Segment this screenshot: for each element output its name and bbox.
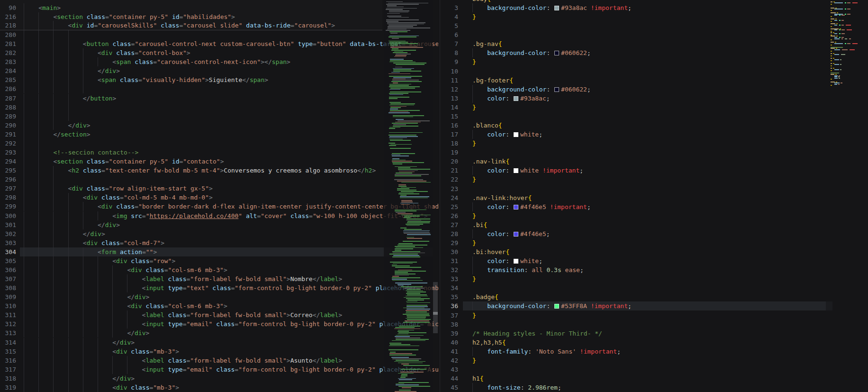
code-line[interactable]: 301</div> bbox=[0, 220, 438, 229]
code-line[interactable]: 37} bbox=[441, 311, 868, 320]
code-line[interactable]: 5 bbox=[441, 21, 868, 30]
code-line[interactable]: 29} bbox=[441, 238, 868, 247]
sticky-scroll[interactable]: 90<main>216<section class="container py-… bbox=[0, 0, 382, 30]
code-line[interactable]: 296 bbox=[0, 175, 438, 184]
code-line[interactable]: 308<input type="text" class="form-contro… bbox=[0, 283, 438, 292]
code-line[interactable]: 288 bbox=[0, 103, 438, 112]
scrollbar-slider[interactable] bbox=[433, 282, 438, 333]
code-line[interactable]: 299<div class="border border-dark d-flex… bbox=[0, 202, 438, 211]
code-line[interactable]: 218<div id="carouselSkills" class="carou… bbox=[0, 21, 382, 30]
code-line[interactable]: 45font-size: 2.986rem; bbox=[441, 383, 868, 392]
code-line[interactable]: 27.bi{ bbox=[441, 220, 868, 229]
editor-pane-css[interactable]: body{3background-color: #93a8ac !importa… bbox=[441, 0, 868, 392]
code-line[interactable]: 32transition: all 0.3s ease; bbox=[441, 265, 868, 274]
code-line[interactable]: 17color: white; bbox=[441, 130, 868, 139]
code-line[interactable]: 311<label class="form-label fw-bold smal… bbox=[0, 310, 438, 319]
code-line[interactable]: 290</div> bbox=[0, 121, 438, 130]
code-line[interactable]: 7.bg-nav{ bbox=[441, 39, 868, 48]
code-line[interactable]: 314</div> bbox=[0, 338, 438, 347]
code-line[interactable]: 317<input type="email" class="form-contr… bbox=[0, 365, 438, 374]
code-line[interactable]: 26} bbox=[441, 211, 868, 220]
color-swatch[interactable] bbox=[514, 205, 518, 210]
code-line[interactable]: 3background-color: #93a8ac !important; bbox=[441, 3, 868, 12]
code-line[interactable]: 295<h2 class="text-center fw-bold mb-5 m… bbox=[0, 166, 438, 175]
code-line[interactable]: 41font-family: 'Noto Sans' !important; bbox=[441, 347, 868, 356]
editor-pane-html[interactable]: <body>90<main>216<section class="contain… bbox=[0, 0, 438, 392]
code-line[interactable]: 302</div> bbox=[0, 229, 438, 238]
minimap-right-editor[interactable] bbox=[830, 0, 860, 392]
code-line[interactable]: 21color: white !important; bbox=[441, 166, 868, 175]
code-line[interactable]: 281<button class="carousel-control-next … bbox=[0, 39, 438, 48]
code-line[interactable]: 90<main> bbox=[0, 3, 382, 12]
code-line[interactable]: 315<div class="mb-3"> bbox=[0, 347, 438, 356]
code-line[interactable]: 297<div class="row align-item-start gx-5… bbox=[0, 184, 438, 193]
code-line[interactable]: 9} bbox=[441, 57, 868, 66]
code-line[interactable]: 300<img src="https://placehold.co/400" a… bbox=[0, 211, 438, 220]
code-line[interactable]: 280 bbox=[0, 30, 438, 39]
color-swatch[interactable] bbox=[514, 259, 518, 264]
color-swatch[interactable] bbox=[554, 6, 559, 10]
code-line[interactable]: 292 bbox=[0, 139, 438, 148]
color-swatch[interactable] bbox=[514, 132, 518, 137]
code-line[interactable]: 304<form action=""> bbox=[0, 247, 438, 256]
code-line[interactable]: 10 bbox=[441, 67, 868, 76]
code-line[interactable]: 4} bbox=[441, 12, 868, 21]
code-line[interactable]: 12background-color: #060622; bbox=[441, 85, 868, 94]
code-line[interactable]: 287</button> bbox=[0, 94, 438, 103]
code-line[interactable]: 28color: #4f46e5; bbox=[441, 229, 868, 238]
code-line[interactable]: 44h1{ bbox=[441, 374, 868, 383]
code-line[interactable]: 309</div> bbox=[0, 292, 438, 301]
code-line[interactable]: 286 bbox=[0, 84, 438, 93]
scrollbar-left-editor[interactable] bbox=[433, 0, 438, 392]
code-line[interactable]: 18} bbox=[441, 139, 868, 148]
code-line[interactable]: 310<div class="col-sm-6 mb-3"> bbox=[0, 301, 438, 310]
code-line[interactable]: 285<span class="visually-hidden">Siguien… bbox=[0, 75, 438, 84]
code-line[interactable]: 34 bbox=[441, 283, 868, 292]
code-line[interactable]: 14} bbox=[441, 103, 868, 112]
code-line[interactable]: 8background-color: #060622; bbox=[441, 48, 868, 57]
code-line[interactable]: 31color: white; bbox=[441, 256, 868, 265]
code-line[interactable]: 289 bbox=[0, 112, 438, 121]
code-line[interactable]: 283<span class="carousel-control-next-ic… bbox=[0, 57, 438, 66]
code-line[interactable]: 16.blanco{ bbox=[441, 121, 868, 130]
code-line[interactable]: 6 bbox=[441, 30, 868, 39]
code-line[interactable]: 282<div class="control-box"> bbox=[0, 48, 438, 57]
code-line[interactable]: 43 bbox=[441, 365, 868, 374]
code-line[interactable]: 298<div class="col-md-5 mb-4 mb-md-0"> bbox=[0, 193, 438, 202]
code-line[interactable]: 291</section> bbox=[0, 130, 438, 139]
code-line[interactable]: 303<div class="col-md-7"> bbox=[0, 238, 438, 247]
code-line[interactable]: 305<div class="row"> bbox=[0, 256, 438, 265]
code-line[interactable]: 312<input type="email" class="form-contr… bbox=[0, 319, 438, 328]
code-line[interactable]: 319<div class="mb-3"> bbox=[0, 383, 438, 392]
code-line[interactable]: 11.bg-footer{ bbox=[441, 76, 868, 85]
code-line[interactable]: 19 bbox=[441, 148, 868, 157]
color-swatch[interactable] bbox=[554, 304, 559, 309]
code-line[interactable]: 23 bbox=[441, 184, 868, 193]
code-line[interactable]: 15 bbox=[441, 112, 868, 121]
code-line[interactable]: 30.bi:hover{ bbox=[441, 247, 868, 256]
code-line[interactable]: 293<!--seccion contacto--> bbox=[0, 148, 438, 157]
code-line[interactable]: 306<div class="col-sm-6 mb-3"> bbox=[0, 265, 438, 274]
color-swatch[interactable] bbox=[514, 168, 518, 173]
code-line[interactable]: 36background-color: #53FF8A !important; bbox=[441, 301, 868, 310]
code-line[interactable]: 316<label class="form-label fw-bold smal… bbox=[0, 356, 438, 365]
code-line[interactable]: 284</div> bbox=[0, 66, 438, 75]
code-line[interactable]: 20.nav-link{ bbox=[441, 157, 868, 166]
color-swatch[interactable] bbox=[514, 232, 518, 237]
color-swatch[interactable] bbox=[514, 96, 518, 101]
code-line[interactable]: 313</div> bbox=[0, 328, 438, 337]
code-line[interactable]: 22} bbox=[441, 175, 868, 184]
code-line[interactable]: 40h2,h3,h5{ bbox=[441, 338, 868, 347]
code-line[interactable]: 216<section class="container py-5" id="h… bbox=[0, 12, 382, 21]
color-swatch[interactable] bbox=[554, 87, 559, 92]
code-line[interactable]: 35.badge{ bbox=[441, 292, 868, 301]
code-line[interactable]: 307<label class="form-label fw-bold smal… bbox=[0, 274, 438, 283]
code-line[interactable]: 294<section class="container py-5" id="c… bbox=[0, 157, 438, 166]
color-swatch[interactable] bbox=[554, 51, 559, 55]
code-line[interactable]: 39/* Heading styles - Minor Third- */ bbox=[441, 329, 868, 338]
code-line[interactable]: 42} bbox=[441, 356, 868, 365]
code-line[interactable]: 24.nav-link:hover{ bbox=[441, 193, 868, 202]
minimap-left-editor[interactable] bbox=[384, 0, 433, 392]
code-line[interactable]: 318</div> bbox=[0, 374, 438, 383]
code-line[interactable]: 38 bbox=[441, 320, 868, 329]
